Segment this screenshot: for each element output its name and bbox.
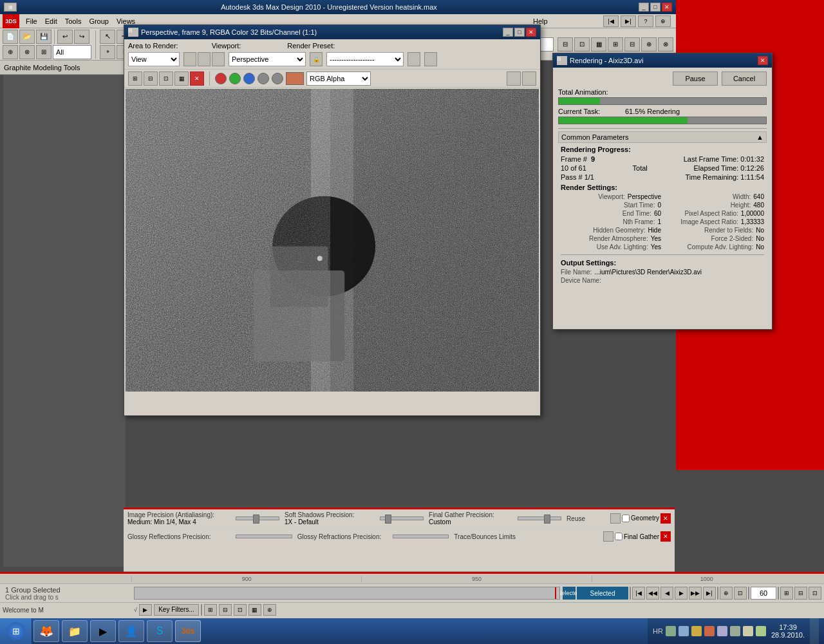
kf-icon-3[interactable]: ⊡ bbox=[234, 604, 247, 616]
next-btn[interactable]: ▶▶ bbox=[689, 587, 702, 600]
reuse-geo-btn[interactable] bbox=[610, 513, 621, 524]
new-button[interactable]: 📄 bbox=[3, 30, 18, 44]
area-icon-1[interactable] bbox=[183, 52, 196, 66]
channel-select[interactable]: RGB Alpha bbox=[306, 71, 371, 86]
tb-close-icon[interactable]: ✕ bbox=[190, 71, 204, 86]
tb-btn-3[interactable]: ⊞ bbox=[36, 45, 52, 59]
save-button[interactable]: 💾 bbox=[36, 30, 52, 44]
rf-close-btn[interactable]: ✕ bbox=[526, 28, 536, 37]
color-swatch[interactable] bbox=[286, 72, 304, 85]
kf-icon-4[interactable]: ▦ bbox=[248, 604, 261, 616]
menu-edit[interactable]: Edit bbox=[41, 16, 61, 26]
area-icon-3[interactable] bbox=[212, 52, 225, 66]
fg-slider-thumb[interactable] bbox=[544, 515, 550, 524]
redo-button[interactable]: ↪ bbox=[74, 30, 89, 44]
preset-icon-2[interactable] bbox=[424, 52, 437, 66]
cancel-btn[interactable]: Cancel bbox=[722, 71, 767, 86]
ip-slider-thumb[interactable] bbox=[253, 515, 259, 524]
tb-icon-1[interactable]: ⊞ bbox=[128, 71, 142, 86]
3ds-logo[interactable]: 3DS bbox=[3, 14, 19, 28]
render4-icon[interactable]: ⊞ bbox=[608, 37, 623, 52]
render-preset-select[interactable]: ------------------- bbox=[326, 52, 404, 66]
kf-icon-1[interactable]: ⊞ bbox=[204, 604, 217, 616]
reuse-fg-check[interactable] bbox=[615, 533, 623, 540]
timeline-track[interactable] bbox=[134, 587, 560, 600]
reuse-geo-check[interactable] bbox=[622, 515, 630, 522]
title-icon[interactable]: ⊞ bbox=[4, 3, 17, 12]
taskbar-contacts[interactable]: 👤 bbox=[118, 620, 144, 642]
taskbar-firefox[interactable]: 🦊 bbox=[33, 620, 59, 642]
tb-icon-3[interactable]: ⊡ bbox=[159, 71, 173, 86]
play-start-btn[interactable]: |◀ bbox=[632, 587, 645, 600]
close-button[interactable]: ✕ bbox=[662, 3, 672, 12]
menu-tools[interactable]: Tools bbox=[61, 16, 86, 26]
fg-slider[interactable] bbox=[518, 516, 561, 520]
tb-btn-2[interactable]: ⊗ bbox=[19, 45, 35, 59]
render3-icon[interactable]: ▦ bbox=[591, 37, 606, 52]
start-button[interactable]: ⊞ bbox=[0, 618, 32, 644]
color-btn-mono[interactable] bbox=[258, 73, 269, 84]
tb-icon-2[interactable]: ⊟ bbox=[144, 71, 158, 86]
key-filter-btn-2[interactable]: ⊟ bbox=[794, 587, 807, 600]
menu-group[interactable]: Group bbox=[85, 16, 113, 26]
render5-icon[interactable]: ⊟ bbox=[624, 37, 640, 52]
show-desktop-btn[interactable] bbox=[810, 618, 819, 644]
ip-slider[interactable] bbox=[236, 516, 279, 520]
prev-frame-btn[interactable]: ◀◀ bbox=[646, 587, 659, 600]
gr-slider[interactable] bbox=[236, 535, 292, 538]
key-filter-btn-1[interactable]: ⊞ bbox=[780, 587, 793, 600]
playback-opt-1[interactable]: ⊕ bbox=[720, 587, 733, 600]
open-button[interactable]: 📂 bbox=[19, 30, 35, 44]
ss-slider[interactable] bbox=[380, 516, 424, 520]
color-btn-r[interactable] bbox=[215, 73, 227, 84]
menu-file[interactable]: File bbox=[22, 16, 41, 26]
geo-x-btn[interactable]: ✕ bbox=[660, 513, 671, 524]
key-filters-btn[interactable]: Key Filters... bbox=[154, 604, 199, 616]
gref-slider[interactable] bbox=[393, 535, 449, 538]
kf-icon-5[interactable]: ⊕ bbox=[263, 604, 276, 616]
preset-icon-1[interactable] bbox=[407, 52, 420, 66]
ss-slider-thumb[interactable] bbox=[385, 515, 391, 524]
undo-button[interactable]: ↩ bbox=[57, 30, 73, 44]
render6-icon[interactable]: ⊕ bbox=[641, 37, 657, 52]
display-icon-1[interactable] bbox=[507, 71, 521, 86]
render7-icon[interactable]: ⊗ bbox=[658, 37, 673, 52]
help-btn-2[interactable]: ▶| bbox=[621, 15, 636, 27]
rf-title-icon[interactable]: ⊟ bbox=[128, 28, 138, 37]
viewport-select[interactable]: Perspective bbox=[229, 52, 306, 66]
taskbar-explorer[interactable]: 📁 bbox=[62, 620, 88, 642]
render-icon[interactable]: ⊟ bbox=[557, 37, 573, 52]
prev-btn[interactable]: ◀ bbox=[660, 587, 673, 600]
kf-btn-1[interactable]: ▶ bbox=[139, 604, 152, 616]
tb-btn-1[interactable]: ⊕ bbox=[3, 45, 18, 59]
all-dropdown[interactable]: All bbox=[53, 45, 91, 59]
playback-opt-2[interactable]: ⊡ bbox=[734, 587, 747, 600]
selected-badge[interactable]: Selected bbox=[563, 587, 576, 600]
taskbar-skype[interactable]: S bbox=[147, 620, 173, 642]
tb-icon-4[interactable]: ▦ bbox=[174, 71, 189, 86]
area-icon-2[interactable] bbox=[198, 52, 211, 66]
kf-icon-2[interactable]: ⊟ bbox=[219, 604, 232, 616]
common-params-section[interactable]: Common Parameters ▲ bbox=[558, 131, 767, 143]
selected-full-badge[interactable]: Selected bbox=[577, 587, 628, 600]
color-btn-a[interactable] bbox=[272, 73, 283, 84]
rf-min-btn[interactable]: _ bbox=[503, 28, 513, 37]
play-btn[interactable]: ▶ bbox=[675, 587, 688, 600]
min-button[interactable]: _ bbox=[639, 3, 649, 12]
render2-icon[interactable]: ⊡ bbox=[574, 37, 590, 52]
help-btn-4[interactable]: ⊕ bbox=[655, 15, 671, 27]
rd-close-btn[interactable]: ✕ bbox=[758, 56, 768, 65]
play-end-btn[interactable]: ▶| bbox=[703, 587, 716, 600]
rd-title-icon[interactable]: ⊟ bbox=[557, 56, 567, 65]
display-icon-2[interactable] bbox=[522, 71, 536, 86]
help-btn-3[interactable]: ? bbox=[638, 15, 653, 27]
fg-x-btn[interactable]: ✕ bbox=[660, 531, 671, 542]
select-btn[interactable]: ↖ bbox=[100, 30, 115, 44]
key-filter-btn-3[interactable]: ⊡ bbox=[809, 587, 821, 600]
taskbar-3dsmax[interactable]: 3ds bbox=[175, 620, 201, 642]
help-btn-1[interactable]: |◀ bbox=[603, 15, 619, 27]
frame-input[interactable]: 60 bbox=[751, 587, 776, 600]
reuse-fg-btn[interactable] bbox=[603, 531, 613, 542]
clock-display[interactable]: 17:39 28.9.2010. bbox=[769, 623, 807, 639]
taskbar-media[interactable]: ▶ bbox=[90, 620, 116, 642]
